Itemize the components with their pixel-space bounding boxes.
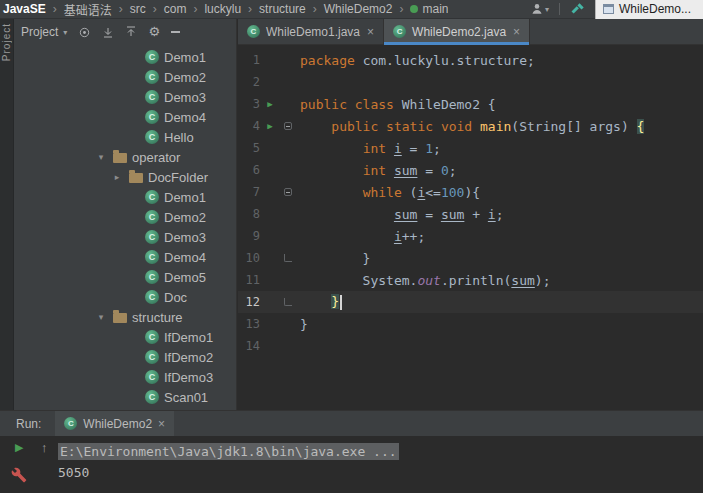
locate-file-icon[interactable] — [78, 26, 91, 39]
breadcrumb-item-luckylu[interactable]: luckylu — [204, 2, 241, 16]
code-line-7[interactable]: 7 while (i<=100){ — [238, 181, 703, 203]
folder-icon — [113, 313, 127, 323]
run-line-icon[interactable]: ▶ — [260, 121, 280, 131]
tree-item-label: Hello — [164, 130, 194, 145]
rerun-icon[interactable]: ▶ — [15, 441, 23, 454]
code-line-text: public static void main(String[] args) { — [300, 119, 644, 134]
close-icon[interactable]: × — [367, 25, 374, 39]
run-toolbar: ▶ ↑ — [0, 436, 58, 493]
build-button[interactable] — [568, 2, 587, 17]
fold-marker-icon[interactable] — [284, 122, 292, 130]
code-line-text: while (i<=100){ — [300, 185, 480, 200]
collapse-all-icon[interactable] — [125, 26, 137, 38]
floating-window-tab[interactable]: WhileDemo... — [595, 0, 703, 19]
tree-item-Demo2[interactable]: CDemo2 — [14, 67, 236, 87]
code-line-2[interactable]: 2 — [238, 71, 703, 93]
code-line-text: public class WhileDemo2 { — [300, 97, 496, 112]
up-stacktrace-icon[interactable]: ↑ — [41, 440, 48, 455]
tree-item-Demo4[interactable]: CDemo4 — [14, 247, 236, 267]
chevron-right-icon: ▸ — [110, 172, 124, 182]
tree-item-Demo2[interactable]: CDemo2 — [14, 207, 236, 227]
code-line-5[interactable]: 5 int i = 1; — [238, 137, 703, 159]
window-icon — [603, 4, 614, 14]
breadcrumb-item-WhileDemo2[interactable]: WhileDemo2 — [324, 2, 393, 16]
console-output[interactable]: E:\Environment\Java\jdk1.8\bin\java.exe … — [58, 436, 703, 493]
tree-item-operator[interactable]: ▾operator — [14, 147, 236, 167]
editor-tab-WhileDemo1.java[interactable]: CWhileDemo1.java× — [238, 19, 384, 44]
tree-item-label: Demo5 — [164, 270, 206, 285]
class-icon: C — [247, 25, 260, 38]
chevron-down-icon: ▾ — [94, 152, 108, 162]
close-icon[interactable]: × — [513, 25, 520, 39]
code-line-12[interactable]: 12 } — [238, 291, 703, 313]
project-view-selector[interactable]: Project ▾ — [21, 25, 67, 39]
tree-item-Hello[interactable]: CHello — [14, 127, 236, 147]
tree-item-Demo1[interactable]: CDemo1 — [14, 187, 236, 207]
breadcrumb-separator: › — [399, 2, 403, 16]
code-line-1[interactable]: 1package com.luckylu.structure; — [238, 49, 703, 71]
tree-item-Doc[interactable]: CDoc — [14, 287, 236, 307]
close-icon[interactable]: × — [158, 417, 165, 431]
code-area[interactable]: 1package com.luckylu.structure;23▶public… — [238, 45, 703, 410]
code-line-4[interactable]: 4▶ public static void main(String[] args… — [238, 115, 703, 137]
console-text: E:\Environment\Java\jdk1.8\bin\java.exe … — [58, 443, 399, 460]
fold-marker-icon[interactable] — [284, 188, 292, 196]
tree-item-Demo1[interactable]: CDemo1 — [14, 47, 236, 67]
breadcrumb-item-main[interactable]: main — [410, 2, 448, 16]
breadcrumb-item-structure[interactable]: structure — [259, 2, 306, 16]
tree-item-Scan01[interactable]: CScan01 — [14, 387, 236, 407]
tree-item-structure[interactable]: ▾structure — [14, 307, 236, 327]
breadcrumb-separator: › — [193, 2, 197, 16]
fold-marker-icon[interactable] — [284, 298, 292, 306]
folder-icon — [129, 173, 143, 183]
editor-tab-WhileDemo2.java[interactable]: CWhileDemo2.java× — [384, 19, 530, 44]
class-icon: C — [145, 250, 159, 264]
code-line-text: int sum = 0; — [300, 163, 457, 178]
code-line-9[interactable]: 9 i++; — [238, 225, 703, 247]
project-strip-label[interactable]: Project — [1, 23, 12, 61]
breadcrumb-separator: › — [119, 2, 123, 16]
code-line-3[interactable]: 3▶public class WhileDemo2 { — [238, 93, 703, 115]
code-line-13[interactable]: 13} — [238, 313, 703, 335]
class-icon: C — [145, 330, 159, 344]
breadcrumb-item-JavaSE[interactable]: JavaSE — [3, 2, 46, 16]
fold-gutter — [280, 122, 296, 130]
tree-item-IfDemo2[interactable]: CIfDemo2 — [14, 347, 236, 367]
gear-icon[interactable]: ⚙ — [148, 26, 160, 38]
class-icon: C — [145, 350, 159, 364]
tree-item-DocFolder[interactable]: ▸DocFolder — [14, 167, 236, 187]
tree-item-Demo3[interactable]: CDemo3 — [14, 87, 236, 107]
tree-item-Demo4[interactable]: CDemo4 — [14, 107, 236, 127]
breadcrumb-item-com[interactable]: com — [164, 2, 187, 16]
code-line-6[interactable]: 6 int sum = 0; — [238, 159, 703, 181]
breadcrumb-item-src[interactable]: src — [130, 2, 146, 16]
run-line-icon[interactable]: ▶ — [260, 99, 280, 109]
tree-item-label: Demo2 — [164, 70, 206, 85]
tree-item-label: Demo2 — [164, 210, 206, 225]
class-icon: C — [145, 370, 159, 384]
code-line-8[interactable]: 8 sum = sum + i; — [238, 203, 703, 225]
run-tab-label: WhileDemo2 — [83, 417, 152, 431]
project-panel-header: Project ▾ ⚙ — [14, 19, 236, 45]
run-tab[interactable]: C WhileDemo2 × — [55, 411, 174, 436]
tool-window-strip: Project — [0, 19, 14, 410]
class-icon: C — [145, 110, 159, 124]
wrench-settings-icon[interactable] — [11, 467, 27, 487]
expand-all-icon[interactable] — [102, 26, 114, 38]
code-line-14[interactable]: 14 — [238, 335, 703, 357]
code-line-10[interactable]: 10 } — [238, 247, 703, 269]
tree-item-Demo5[interactable]: CDemo5 — [14, 267, 236, 287]
breadcrumb-item-基础语法[interactable]: 基础语法 — [64, 1, 112, 18]
console-text: 5050 — [58, 465, 89, 480]
hide-panel-icon[interactable] — [171, 31, 180, 33]
fold-gutter — [280, 298, 296, 306]
project-panel-toolbar: ⚙ — [78, 26, 180, 39]
code-line-text: } — [300, 294, 342, 310]
user-account-button[interactable]: ▾ — [528, 2, 551, 16]
tree-item-IfDemo1[interactable]: CIfDemo1 — [14, 327, 236, 347]
code-line-11[interactable]: 11 System.out.println(sum); — [238, 269, 703, 291]
class-icon: C — [145, 210, 159, 224]
tree-item-IfDemo3[interactable]: CIfDemo3 — [14, 367, 236, 387]
tree-item-Demo3[interactable]: CDemo3 — [14, 227, 236, 247]
fold-marker-icon[interactable] — [284, 254, 292, 262]
